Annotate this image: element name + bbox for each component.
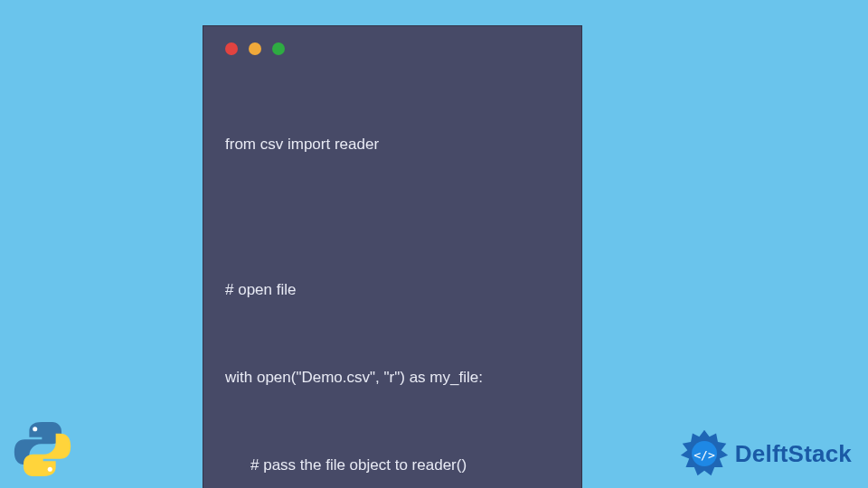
window-traffic-lights [225,42,560,55]
maximize-icon [272,42,285,55]
delftstack-branding: </> DelftStack [679,428,852,479]
close-icon [225,42,238,55]
svg-point-0 [33,427,37,431]
code-block: from csv import reader # open file with … [225,71,560,488]
minimize-icon [249,42,261,55]
code-window: from csv import reader # open file with … [203,25,582,488]
svg-text:</>: </> [693,448,715,462]
python-logo-icon [11,418,74,481]
code-line: with open("Demo.csv", "r") as my_file: [225,363,560,392]
code-line: # pass the file object to reader() [225,451,560,480]
delftstack-badge-icon: </> [679,428,730,479]
code-line: # open file [225,276,560,305]
site-name: DelftStack [735,440,852,468]
svg-point-1 [48,467,52,472]
code-line: from csv import reader [225,130,560,159]
